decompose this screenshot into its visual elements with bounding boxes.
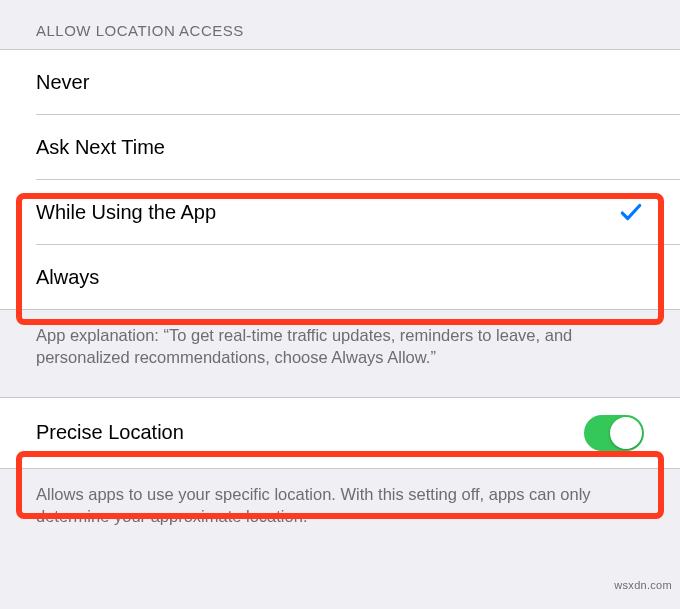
toggle-knob: [610, 417, 642, 449]
option-ask-next-time[interactable]: Ask Next Time: [0, 115, 680, 179]
precise-location-label: Precise Location: [36, 421, 184, 444]
option-while-using-app[interactable]: While Using the App: [0, 180, 680, 244]
app-explanation: App explanation: “To get real-time traff…: [0, 310, 680, 397]
option-always[interactable]: Always: [0, 245, 680, 309]
location-access-group: Never Ask Next Time While Using the App …: [0, 49, 680, 310]
option-label: Ask Next Time: [36, 136, 165, 159]
precise-location-footer: Allows apps to use your specific locatio…: [0, 469, 680, 556]
option-never[interactable]: Never: [0, 50, 680, 114]
precise-location-group: Precise Location: [0, 397, 680, 469]
watermark: wsxdn.com: [614, 579, 672, 591]
section-header: ALLOW LOCATION ACCESS: [0, 0, 680, 49]
checkmark-icon: [618, 199, 644, 225]
option-label: Never: [36, 71, 89, 94]
precise-location-row[interactable]: Precise Location: [0, 398, 680, 468]
precise-location-toggle[interactable]: [584, 415, 644, 451]
option-label: While Using the App: [36, 201, 216, 224]
option-label: Always: [36, 266, 99, 289]
